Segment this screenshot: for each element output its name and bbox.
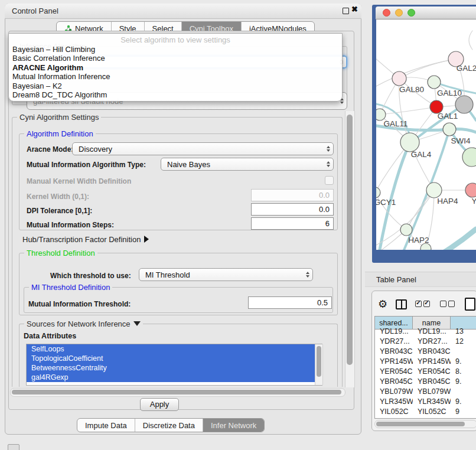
scrollbar-thumb[interactable] [317,346,321,377]
network-node-y[interactable] [465,183,476,197]
network-node-gal10[interactable] [428,76,441,89]
manual-kernel-width-checkbox[interactable] [325,176,334,185]
which-threshold-combo[interactable]: MI Threshold [139,268,313,281]
mi-steps-field[interactable]: 6 [251,217,334,230]
table-panel: ⚙ shared...nameYDL19...YDL19...13YDR27..… [371,291,476,431]
attribute-item-betweennesscentrality[interactable]: BetweennessCentrality [27,363,322,373]
table-cell: YBL079W [413,387,451,397]
mi-algorithm-type-combo[interactable]: Naive Bayes [161,158,334,171]
table-row[interactable]: YLR345WYLR345W9. [375,397,476,407]
mi-algorithm-type-label: Mutual Information Algorithm Type: [27,161,146,169]
combo-spinner-icon [324,146,333,152]
table-row[interactable]: YIL052CYIL052C9 [375,407,476,417]
network-canvas[interactable]: GAL2GAL80GAL10GAL1GAL11SWI4GAL4GCY1HAP4Y… [376,19,476,250]
sources-group-title[interactable]: Sources for Network Inference [24,319,143,328]
table-header-row: shared...name [375,317,476,327]
dpi-tolerance-label: DPI Tolerance [0,1]: [27,207,92,215]
table-row[interactable]: YBR043CYBR043C [375,347,476,357]
network-node[interactable] [455,96,473,113]
scrollbar-thumb[interactable] [376,422,465,426]
kernel-width-field[interactable]: 0.0 [251,189,334,201]
close-traffic-light-icon[interactable] [383,9,390,17]
data-attributes-label: Data Attributes [24,332,76,340]
table-cell: 8. [451,367,476,377]
algorithm-option-basic-correlation-inference[interactable]: Basic Correlation Inference [9,54,342,63]
node-label: GAL10 [437,89,462,97]
node-label: HAP4 [437,197,458,206]
attribute-item-topologicalcoefficient[interactable]: TopologicalCoefficient [27,354,322,363]
table-row[interactable]: YDR27...YDR27...12 [375,337,476,347]
algorithm-popup-hint: Select algorithm to view settings [9,35,342,45]
table-cell: YDR27... [375,337,413,347]
mi-threshold-field[interactable]: 0.5 [248,296,332,309]
algorithm-option-dream8-dc-tdc-algorithm[interactable]: Dream8 DC_TDC Algorithm [9,90,342,99]
network-node-swi4[interactable] [443,123,456,136]
algorithm-option-aracne-algorithm[interactable]: ARACNE Algorithm [9,63,342,72]
select-all-checks-icon[interactable] [415,299,432,309]
network-window-titlebar[interactable] [376,6,476,19]
minimize-traffic-light-icon[interactable] [395,9,403,17]
table-cell: YBR043C [413,347,451,357]
gear-icon[interactable]: ⚙ [378,299,387,309]
table-cell: YIL052C [413,407,451,417]
aracne-mode-label: Aracne Mode: [27,145,73,154]
document-icon[interactable] [465,298,475,311]
network-node-gal11[interactable] [376,109,386,120]
table-row[interactable]: YBR045CYBR045C9. [375,377,476,387]
zoom-traffic-light-icon[interactable] [407,9,415,17]
tab-label: Infer Network [211,421,256,430]
network-edge[interactable] [469,31,472,50]
attribute-item-selfloops[interactable]: SelfLoops [27,344,322,354]
scrollbar-thumb[interactable] [12,390,341,394]
attribute-item-gal4rgexp[interactable]: gal4RGexp [27,373,322,382]
list-vertical-scrollbar[interactable] [315,344,323,385]
table-row[interactable]: YER054CYER054C8. [375,367,476,377]
columns-icon[interactable] [396,299,407,309]
scrollbar-thumb[interactable] [347,115,353,365]
network-view-window: GAL2GAL80GAL10GAL1GAL11SWI4GAL4GCY1HAP4Y… [372,5,476,263]
algorithm-option-bayesian-hill-climbing[interactable]: Bayesian – Hill Climbing [9,45,342,54]
table-cell: 13 [451,327,476,337]
mi-threshold-label: Mutual Information Threshold: [28,300,131,308]
settings-vertical-scrollbar[interactable] [345,111,355,387]
clipped-toolbar-chip[interactable] [8,444,19,450]
hub-factor-expander[interactable]: Hub/Transcription Factor Definition [22,235,149,244]
table-row[interactable]: YPR145WYPR145W9. [375,357,476,367]
table-panel-title: Table Panel [376,275,416,284]
network-edge[interactable] [376,59,456,86]
algorithm-option-bayesian-k2[interactable]: Bayesian – K2 [9,81,342,90]
network-node-gcy1[interactable] [376,187,380,198]
table-row[interactable]: YDL19...YDL19...13 [375,327,476,337]
cyni-mode-tabs: Impute DataDiscretize DataInfer Network [77,418,265,432]
network-edge[interactable] [399,59,456,79]
node-label: GAL4 [411,150,432,159]
data-attributes-list[interactable]: SelfLoopsTopologicalCoefficientBetweenne… [26,344,322,386]
aracne-mode-combo[interactable]: Discovery [72,142,334,155]
tab-impute-data[interactable]: Impute Data [77,419,135,432]
close-icon[interactable]: ✖ [351,5,358,14]
tab-infer-network[interactable]: Infer Network [203,419,264,432]
table-horizontal-scrollbar[interactable] [374,420,476,428]
apply-button[interactable]: Apply [140,398,179,411]
network-node-gal4[interactable] [400,133,419,152]
table-cell: 9. [451,377,476,387]
table-cell: YBL079W [375,387,413,397]
algorithm-option-mutual-information-inference[interactable]: Mutual Information Inference [9,72,342,81]
table-row[interactable]: YBL079WYBL079W [375,387,476,397]
network-node-hap2[interactable] [400,224,412,236]
settings-horizontal-scrollbar[interactable] [10,388,345,397]
which-threshold-label: Which threshold to use: [50,272,131,280]
table-cell: YDL19... [413,327,451,337]
table-toolbar: ⚙ [378,296,476,312]
dpi-tolerance-field[interactable]: 0.0 [251,203,334,216]
float-window-icon[interactable] [343,8,349,14]
table-cell: YBR045C [413,377,451,387]
tab-discretize-data[interactable]: Discretize Data [135,419,203,432]
deselect-all-checks-icon[interactable] [440,299,457,309]
tab-label: Impute Data [85,421,127,430]
expander-collapsed-icon [144,236,149,243]
network-node-gal80[interactable] [392,71,406,86]
node-label: GAL2 [457,64,476,73]
table-cell: YER054C [413,367,451,377]
network-node-hap4[interactable] [426,182,442,198]
